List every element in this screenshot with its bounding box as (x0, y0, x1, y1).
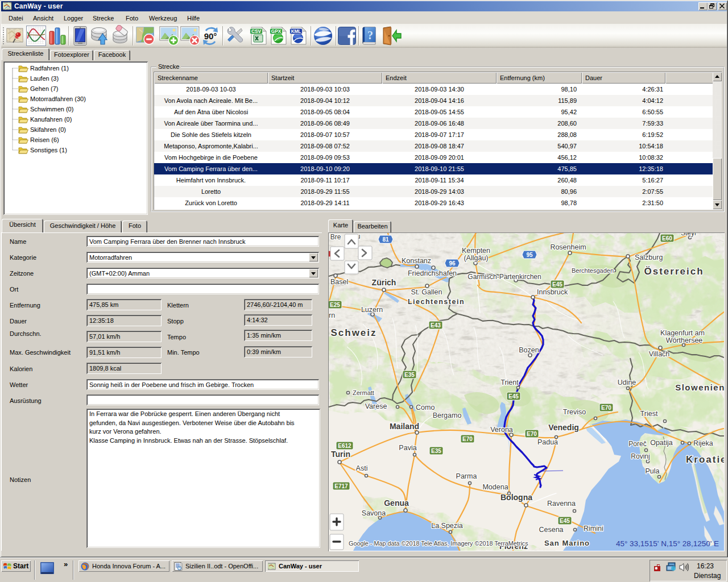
svg-text:Ravenna: Ravenna (547, 500, 576, 508)
svg-text:Opatija: Opatija (650, 439, 673, 447)
svg-text:Como: Como (416, 404, 435, 411)
svg-text:45° 33,1515' N,15° 28,1250' E: 45° 33,1515' N,15° 28,1250' E (616, 539, 719, 548)
svg-text:Salzburg: Salzburg (635, 253, 663, 261)
svg-text:E35: E35 (431, 448, 441, 454)
svg-text:E70: E70 (601, 405, 611, 411)
svg-text:Modena: Modena (482, 483, 508, 491)
svg-text:Bergamo: Bergamo (433, 411, 462, 419)
svg-text:(Allgäu): (Allgäu) (464, 254, 488, 262)
svg-text:Pula: Pula (645, 467, 659, 475)
svg-text:E70: E70 (462, 436, 473, 442)
svg-text:E612: E612 (338, 443, 351, 449)
svg-text:Villach: Villach (649, 350, 670, 358)
svg-text:Rimini: Rimini (584, 525, 603, 533)
svg-text:Kroatien: Kroatien (686, 454, 724, 465)
svg-text:Schweiz: Schweiz (330, 327, 377, 338)
svg-text:E70: E70 (527, 431, 537, 437)
svg-text:Venedig: Venedig (548, 423, 579, 432)
svg-text:90°: 90° (204, 31, 217, 41)
svg-text:Klagenfurt am: Klagenfurt am (660, 329, 705, 337)
svg-text:E45: E45 (560, 518, 570, 524)
svg-text:E45: E45 (508, 393, 519, 400)
svg-text:St. Gallen: St. Gallen (411, 288, 442, 296)
svg-text:Kempten: Kempten (462, 247, 490, 255)
svg-text:Rovinj: Rovinj (631, 452, 650, 460)
svg-text:95: 95 (526, 252, 533, 258)
svg-text:La Spezia: La Spezia (431, 522, 463, 530)
svg-text:Slowenien: Slowenien (675, 383, 724, 392)
svg-text:Konstanz: Konstanz (402, 257, 431, 265)
svg-text:E43: E43 (431, 322, 441, 329)
svg-text:Pavia: Pavia (399, 444, 416, 452)
svg-text:Steyr: Steyr (681, 233, 697, 237)
svg-text:Poreč: Poreč (628, 440, 646, 448)
svg-text:Google - Map data ©2018 Tele A: Google - Map data ©2018 Tele Atlas, Imag… (349, 540, 528, 547)
svg-text:?: ? (367, 29, 373, 41)
svg-text:Padua: Padua (537, 438, 558, 446)
svg-text:Liechtenstein: Liechtenstein (408, 298, 465, 306)
svg-text:Friedrichshafen: Friedrichshafen (408, 269, 457, 277)
svg-text:Rosenheim: Rosenheim (550, 243, 586, 251)
svg-text:Berchtesgaden: Berchtesgaden (572, 267, 614, 274)
svg-text:Savona: Savona (362, 509, 386, 517)
svg-text:Cesena: Cesena (539, 526, 563, 534)
svg-text:Parma: Parma (456, 472, 477, 480)
svg-text:KML: KML (291, 29, 301, 34)
svg-text:Bologna: Bologna (500, 493, 532, 502)
svg-text:E60: E60 (662, 235, 672, 242)
svg-text:E25: E25 (330, 302, 340, 308)
svg-text:Varese: Varese (365, 402, 387, 410)
svg-text:E35: E35 (404, 372, 415, 378)
svg-text:Mailand: Mailand (390, 422, 419, 431)
svg-text:Treviso: Treviso (563, 408, 586, 416)
svg-text:Luzern: Luzern (361, 306, 383, 314)
svg-text:E717: E717 (334, 483, 348, 489)
svg-text:Basel: Basel (330, 278, 348, 286)
svg-text:Trient: Trient (500, 379, 519, 386)
svg-text:Innsbruck: Innsbruck (537, 288, 568, 296)
svg-text:81: 81 (382, 236, 389, 243)
svg-text:Bozen: Bozen (519, 346, 539, 354)
svg-text:Turin: Turin (331, 450, 350, 459)
svg-text:Udine: Udine (618, 379, 636, 386)
svg-text:rn: rn (329, 311, 335, 319)
svg-text:E45: E45 (552, 281, 562, 288)
svg-text:Rijeka: Rijeka (693, 439, 713, 447)
svg-text:Zürich: Zürich (372, 278, 396, 287)
svg-text:Garmisch-Partenkirchen: Garmisch-Partenkirchen (468, 273, 541, 281)
svg-text:Triest: Triest (640, 410, 658, 418)
svg-text:Verona: Verona (490, 426, 513, 434)
svg-text:Zermatt: Zermatt (353, 389, 374, 396)
svg-text:San Marino: San Marino (544, 539, 590, 547)
svg-text:Bre: Bre (330, 233, 341, 241)
svg-text:GPX: GPX (271, 29, 282, 34)
svg-text:Asti: Asti (356, 464, 368, 472)
svg-text:96: 96 (449, 260, 456, 267)
svg-text:CSV: CSV (251, 29, 261, 34)
svg-text:Österreich: Österreich (644, 266, 704, 277)
svg-text:Genua: Genua (384, 498, 409, 508)
